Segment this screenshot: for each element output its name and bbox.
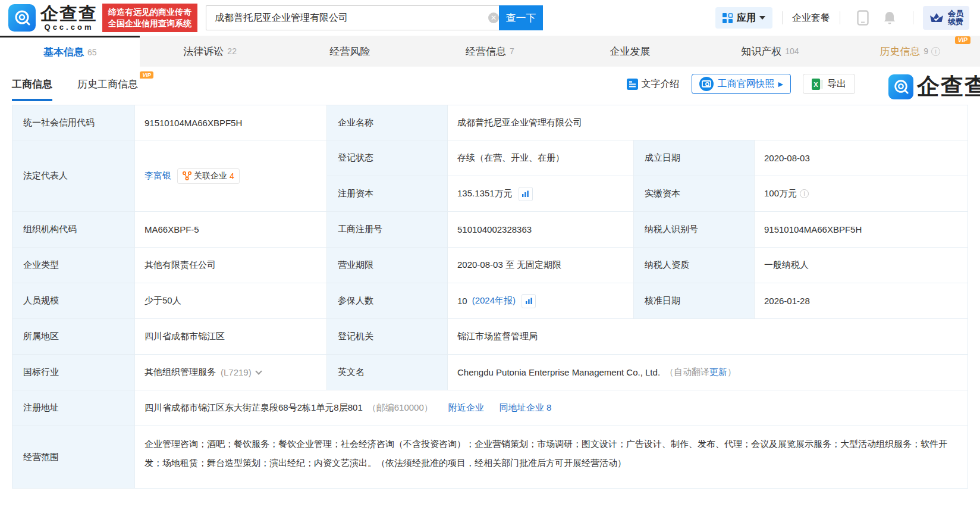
reg-status-value: 存续（在营、开业、在册）: [448, 140, 633, 176]
search-button[interactable]: 查一下: [499, 5, 543, 30]
english-name-label: 英文名: [327, 355, 447, 390]
subtab-business-registration[interactable]: 工商信息: [12, 67, 52, 101]
annual-report-link[interactable]: (2024年报): [472, 295, 516, 306]
staff-size-label: 人员规模: [12, 283, 134, 318]
taxpayer-quality-label: 纳税人资质: [634, 248, 754, 283]
chevron-down-icon: [759, 16, 765, 20]
vip-renew-button[interactable]: 会员 续费: [923, 6, 969, 30]
brand-name: 企查查: [40, 5, 98, 23]
search-input[interactable]: [206, 5, 506, 30]
clear-search-icon[interactable]: ✕: [488, 12, 499, 23]
industry-label: 国标行业: [12, 355, 134, 390]
apps-label: 应用: [737, 12, 756, 24]
insured-cell: 10 (2024年报): [448, 283, 633, 318]
credit-code-label: 统一社会信用代码: [12, 105, 134, 140]
apps-grid-icon: [723, 13, 733, 23]
document-icon: [627, 79, 638, 90]
subnav-bar: 工商信息 历史工商信息 VIP 文字介绍 工商官网快照 ▶: [0, 67, 980, 101]
subtab-history-registration[interactable]: 历史工商信息 VIP: [77, 67, 138, 101]
scope-value: 企业管理咨询；酒吧；餐饮服务；餐饮企业管理；社会经济咨询（不含投资咨询）；企业营…: [135, 426, 968, 488]
snapshot-icon: [699, 77, 714, 91]
authority-value: 锦江市场监督管理局: [448, 319, 968, 354]
tab-company-development[interactable]: 企业发展: [560, 36, 700, 67]
address-label: 注册地址: [12, 390, 134, 426]
related-companies-chip[interactable]: 关联企业 4: [177, 168, 240, 184]
legal-rep-label: 法定代表人: [12, 140, 134, 211]
info-icon[interactable]: i: [931, 47, 940, 56]
staff-size-value: 少于50人: [135, 283, 326, 318]
official-snapshot-button[interactable]: 工商官网快照 ▶: [692, 74, 791, 94]
tab-legal-litigation[interactable]: 法律诉讼 22: [140, 36, 279, 67]
capital-chart-icon[interactable]: [519, 187, 533, 201]
excel-icon: X: [812, 79, 823, 90]
top-header: 企查查 Qcc.com 缔造有远见的商业传奇 全国企业信用查询系统 ✕ 查一下 …: [0, 0, 980, 36]
reg-no-value: 510104002328363: [448, 212, 633, 247]
qcc-logo-icon: [8, 4, 36, 32]
region-label: 所属地区: [12, 319, 134, 354]
play-arrow-icon: ▶: [778, 80, 783, 88]
est-date-label: 成立日期: [634, 140, 754, 176]
authority-label: 登记机关: [327, 319, 447, 354]
approval-date-label: 核准日期: [634, 283, 754, 318]
main-tabbar: 基本信息 65 法律诉讼 22 经营风险 经营信息 7 企业发展 知识产权 10…: [0, 36, 980, 67]
tab-basic-info[interactable]: 基本信息 65: [0, 36, 140, 67]
approval-date-value: 2026-01-28: [755, 283, 968, 318]
company-type-label: 企业类型: [12, 248, 134, 283]
taxpayer-quality-value: 一般纳税人: [755, 248, 968, 283]
slogan-banner: 缔造有远见的商业传奇 全国企业信用查询系统: [102, 4, 197, 32]
mobile-app-icon[interactable]: [857, 10, 869, 26]
apps-menu[interactable]: 应用: [715, 7, 772, 29]
business-term-value: 2020-08-03 至 无固定期限: [448, 248, 633, 283]
est-date-value: 2020-08-03: [755, 140, 968, 176]
reg-capital-label: 注册资本: [327, 176, 447, 211]
relation-graph-icon: [183, 171, 191, 180]
address-cell: 四川省成都市锦江区东大街芷泉段68号2栋1单元8层801 （邮编610000） …: [135, 390, 968, 426]
company-name-value: 成都普托尼亚企业管理有限公司: [448, 105, 968, 140]
nearby-companies-link[interactable]: 附近企业: [448, 402, 484, 414]
legal-rep-cell: 李富银 关联企业 4: [135, 140, 326, 211]
info-icon[interactable]: i: [800, 189, 809, 198]
svg-text:X: X: [813, 81, 818, 88]
org-code-label: 组织机构代码: [12, 212, 134, 247]
translate-update-link[interactable]: 更新: [709, 367, 727, 378]
crown-icon: [929, 11, 944, 24]
insured-chart-icon[interactable]: [522, 294, 536, 308]
taxpayer-id-label: 纳税人识别号: [634, 212, 754, 247]
taxpayer-id-value: 91510104MA66XBPF5H: [755, 212, 968, 247]
text-intro-button[interactable]: 文字介绍: [627, 78, 680, 90]
insured-label: 参保人数: [327, 283, 447, 318]
tab-history-info[interactable]: VIP 历史信息 9 i: [840, 36, 980, 67]
english-name-cell: Chengdu Putonia Enterprise Management Co…: [448, 355, 968, 390]
legal-rep-link[interactable]: 李富银: [145, 170, 171, 182]
company-name-label: 企业名称: [327, 105, 447, 140]
region-value: 四川省成都市锦江区: [135, 319, 326, 354]
paid-capital-label: 实缴资本: [634, 176, 754, 211]
export-button[interactable]: X 导出: [803, 74, 855, 94]
scope-label: 经营范围: [12, 426, 134, 488]
business-term-label: 营业期限: [327, 248, 447, 283]
tab-business-info[interactable]: 经营信息 7: [420, 36, 560, 67]
company-type-value: 其他有限责任公司: [135, 248, 326, 283]
tab-intellectual-property[interactable]: 知识产权 104: [700, 36, 840, 67]
reg-no-label: 工商注册号: [327, 212, 447, 247]
vip-badge: VIP: [140, 71, 153, 79]
reg-status-label: 登记状态: [327, 140, 447, 176]
credit-code-value: 91510104MA66XBPF5H: [135, 105, 326, 140]
enterprise-package-link[interactable]: 企业套餐: [792, 12, 830, 24]
qcc-logo[interactable]: 企查查 Qcc.com: [8, 4, 98, 32]
vip-badge: VIP: [955, 36, 970, 44]
qcc-watermark-logo: 企查查: [888, 71, 980, 102]
org-code-value: MA66XBPF-5: [135, 212, 326, 247]
paid-capital-cell: 100万元 i: [755, 176, 968, 211]
search-bar: ✕ 查一下: [206, 5, 543, 30]
industry-cell: 其他组织管理服务 (L7219): [135, 355, 326, 390]
company-info-table: 统一社会信用代码 91510104MA66XBPF5H 企业名称 成都普托尼亚企…: [12, 105, 968, 489]
reg-capital-cell: 135.1351万元: [448, 176, 633, 211]
tab-business-risk[interactable]: 经营风险: [280, 36, 420, 67]
same-address-link[interactable]: 同地址企业 8: [500, 402, 552, 414]
notification-bell-icon[interactable]: [883, 11, 896, 25]
chevron-down-icon[interactable]: [255, 368, 262, 374]
brand-domain: Qcc.com: [45, 23, 94, 31]
